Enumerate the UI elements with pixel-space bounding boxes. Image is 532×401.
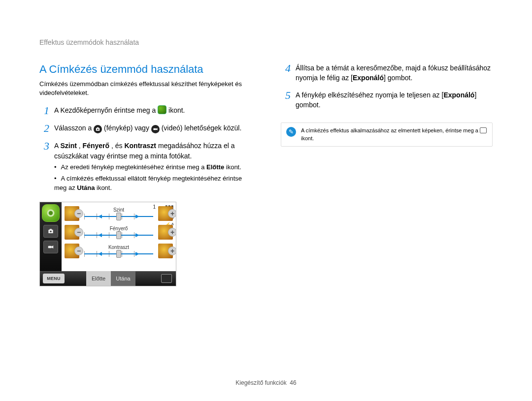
- svg-rect-1: [153, 128, 156, 130]
- step-number: 2: [39, 123, 49, 134]
- right-steps: 4 Állítsa be a témát a keresőmezőbe, maj…: [281, 63, 493, 110]
- step-number: 5: [281, 90, 291, 101]
- preview-toolbar: MENU Előtte Utána: [40, 271, 176, 286]
- step-2: 2 Válasszon a (fénykép) vagy (videó) leh…: [39, 123, 251, 134]
- slider-contrast-row: − Kontraszt +: [65, 242, 173, 260]
- right-column: 4 Állítsa be a témát a keresőmezőbe, maj…: [281, 63, 493, 286]
- step-1: 1 A Kezdőképernyőn érintse meg a ikont.: [39, 105, 251, 116]
- tab-before[interactable]: Előtte: [86, 271, 111, 286]
- preview-panel: 1 ▭ ▮▮▮ ▣ ⚡ᴬ − Szint: [62, 202, 176, 271]
- content-columns: A Címkézés üzemmód használata Címkézés ü…: [39, 63, 493, 286]
- menu-button[interactable]: MENU: [43, 274, 65, 283]
- vignette-mode-icon: [158, 105, 166, 114]
- step2-pre: Válasszon a: [54, 124, 94, 132]
- level-minus-thumb[interactable]: −: [65, 206, 79, 221]
- video-icon: [151, 125, 160, 133]
- step3-sep2: , és: [111, 142, 124, 150]
- step3-level: Szint: [60, 142, 76, 150]
- shot-count: 1: [153, 204, 156, 210]
- step2-mid: (fénykép) vagy: [104, 124, 151, 132]
- svg-point-0: [97, 129, 99, 130]
- slider-brightness-label: Fényerő: [110, 226, 128, 231]
- footer-page: 46: [290, 379, 296, 386]
- slider-level[interactable]: [84, 214, 153, 219]
- level-plus-thumb[interactable]: +: [158, 206, 173, 221]
- step3-sublist: Az eredeti fénykép megtekintéséhez érint…: [54, 163, 251, 193]
- slider-brightness-row: − Fényerő +: [65, 223, 173, 242]
- svg-rect-5: [48, 246, 52, 248]
- gallery-edit-icon: [480, 127, 487, 133]
- sub-before: Az eredeti fénykép megtekintéséhez érint…: [54, 163, 251, 172]
- intro-text: Címkézés üzemmódban címkézés effektussal…: [39, 80, 251, 97]
- step1-post: ikont.: [168, 106, 185, 114]
- tab-after[interactable]: Utána: [111, 271, 135, 286]
- step-5: 5 A fénykép elkészítéséhez nyomja le tel…: [281, 90, 493, 110]
- slider-brightness[interactable]: [84, 232, 153, 238]
- step-3: 3 A Szint , Fényerő , és Kontraszt megad…: [39, 141, 251, 194]
- section-title: A Címkézés üzemmód használata: [39, 63, 251, 76]
- step4-button: Exponáló: [353, 74, 384, 82]
- brightness-plus-thumb[interactable]: +: [158, 225, 173, 240]
- note-text: A címkézés effektus alkalmazásához az el…: [301, 127, 487, 142]
- contrast-plus-thumb[interactable]: +: [158, 244, 173, 258]
- step-4: 4 Állítsa be a témát a keresőmezőbe, maj…: [281, 63, 493, 83]
- step3-contrast: Kontraszt: [124, 142, 156, 150]
- mode-vignette-button[interactable]: [42, 204, 60, 222]
- breadcrumb: Effektus üzemmódok használata: [39, 38, 493, 46]
- left-column: A Címkézés üzemmód használata Címkézés ü…: [39, 63, 251, 286]
- step5-button: Exponáló: [443, 91, 474, 99]
- step1-pre: A Kezdőképernyőn érintse meg a: [54, 106, 158, 114]
- svg-point-3: [49, 211, 53, 215]
- step-number: 4: [281, 63, 291, 74]
- slider-contrast-label: Kontraszt: [108, 245, 129, 250]
- left-steps: 1 A Kezdőképernyőn érintse meg a ikont. …: [39, 105, 251, 194]
- info-note: ✎ A címkézés effektus alkalmazásához az …: [281, 123, 493, 147]
- brightness-minus-thumb[interactable]: −: [65, 225, 79, 240]
- step4-post: ] gombot.: [384, 74, 412, 82]
- page-footer: Kiegészítő funkciók 46: [0, 379, 532, 386]
- camera-preview: 1 ▭ ▮▮▮ ▣ ⚡ᴬ − Szint: [39, 202, 176, 286]
- svg-point-4: [50, 230, 52, 232]
- photo-icon: [94, 125, 102, 133]
- mode-rail: [40, 202, 62, 271]
- manual-page: Effektus üzemmódok használata A Címkézés…: [0, 0, 532, 286]
- step-number: 1: [39, 105, 49, 116]
- footer-label: Kiegészítő funkciók: [235, 379, 286, 386]
- step5-pre: A fénykép elkészítéséhez nyomja le telje…: [296, 91, 443, 99]
- slider-contrast[interactable]: [84, 251, 153, 257]
- sub-after: A címkézés effektussal ellátott fénykép …: [54, 174, 251, 193]
- contrast-minus-thumb[interactable]: −: [65, 244, 79, 258]
- step3-brightness: Fényerő: [83, 142, 109, 150]
- slider-level-label: Szint: [113, 207, 124, 213]
- mode-photo-button[interactable]: [43, 225, 58, 238]
- step-number: 3: [39, 141, 49, 152]
- step3-sep1: ,: [79, 142, 83, 150]
- mode-video-button[interactable]: [43, 241, 58, 253]
- step3-pre: A: [54, 142, 60, 150]
- info-icon: ✎: [286, 127, 296, 137]
- step2-post: (videó) lehetőségek közül.: [162, 124, 242, 132]
- compare-icon[interactable]: [161, 274, 172, 283]
